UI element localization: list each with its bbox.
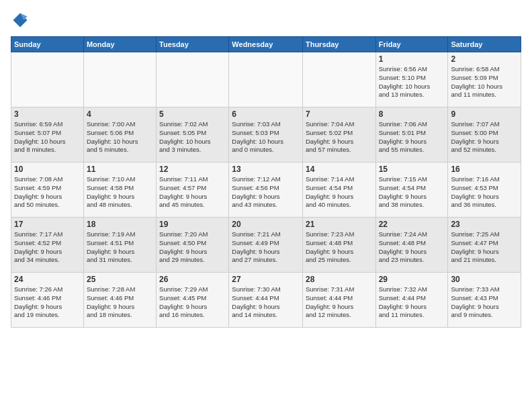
day-info: Sunrise: 7:06 AM Sunset: 5:01 PM Dayligh… (379, 120, 445, 154)
day-info: Sunrise: 7:14 AM Sunset: 4:54 PM Dayligh… (306, 175, 373, 210)
day-number: 17 (14, 220, 81, 229)
day-info: Sunrise: 7:11 AM Sunset: 4:57 PM Dayligh… (159, 175, 226, 210)
day-info: Sunrise: 7:00 AM Sunset: 5:06 PM Dayligh… (87, 120, 153, 154)
day-number: 2 (451, 54, 518, 64)
calendar-cell (11, 52, 84, 107)
day-number: 5 (159, 109, 226, 119)
day-number: 13 (232, 165, 300, 174)
calendar-cell: 1Sunrise: 6:56 AM Sunset: 5:10 PM Daylig… (375, 52, 448, 107)
calendar-cell: 14Sunrise: 7:14 AM Sunset: 4:54 PM Dayli… (302, 163, 375, 218)
day-info: Sunrise: 7:26 AM Sunset: 4:46 PM Dayligh… (14, 285, 81, 320)
day-info: Sunrise: 7:10 AM Sunset: 4:58 PM Dayligh… (87, 175, 153, 210)
week-row-0: 1Sunrise: 6:56 AM Sunset: 5:10 PM Daylig… (11, 52, 521, 107)
calendar-cell: 18Sunrise: 7:19 AM Sunset: 4:51 PM Dayli… (83, 218, 156, 273)
calendar-cell: 9Sunrise: 7:07 AM Sunset: 5:00 PM Daylig… (448, 107, 521, 163)
calendar-cell: 4Sunrise: 7:00 AM Sunset: 5:06 PM Daylig… (83, 107, 156, 163)
calendar-cell (302, 52, 375, 107)
day-number: 1 (379, 54, 445, 64)
day-info: Sunrise: 7:15 AM Sunset: 4:54 PM Dayligh… (379, 175, 445, 210)
calendar-cell: 16Sunrise: 7:16 AM Sunset: 4:53 PM Dayli… (448, 163, 521, 218)
calendar-cell: 30Sunrise: 7:33 AM Sunset: 4:43 PM Dayli… (448, 273, 521, 328)
calendar-header: SundayMondayTuesdayWednesdayThursdayFrid… (11, 37, 521, 52)
calendar-cell: 22Sunrise: 7:24 AM Sunset: 4:48 PM Dayli… (375, 218, 448, 273)
day-number: 23 (451, 220, 518, 229)
calendar-cell: 28Sunrise: 7:31 AM Sunset: 4:44 PM Dayli… (302, 273, 375, 328)
header-day-sunday: Sunday (11, 37, 84, 52)
day-info: Sunrise: 7:03 AM Sunset: 5:03 PM Dayligh… (232, 120, 300, 154)
day-info: Sunrise: 7:07 AM Sunset: 5:00 PM Dayligh… (451, 120, 518, 154)
day-info: Sunrise: 7:04 AM Sunset: 5:02 PM Dayligh… (306, 120, 373, 154)
day-info: Sunrise: 7:21 AM Sunset: 4:49 PM Dayligh… (232, 230, 300, 265)
day-number: 30 (451, 275, 518, 284)
calendar-cell: 17Sunrise: 7:17 AM Sunset: 4:52 PM Dayli… (11, 218, 84, 273)
calendar-cell: 12Sunrise: 7:11 AM Sunset: 4:57 PM Dayli… (157, 163, 229, 218)
calendar-cell: 7Sunrise: 7:04 AM Sunset: 5:02 PM Daylig… (302, 107, 375, 163)
day-number: 12 (159, 165, 226, 174)
day-number: 27 (232, 275, 300, 284)
day-info: Sunrise: 7:23 AM Sunset: 4:48 PM Dayligh… (306, 230, 373, 265)
day-number: 6 (232, 109, 300, 119)
calendar-cell: 23Sunrise: 7:25 AM Sunset: 4:47 PM Dayli… (448, 218, 521, 273)
calendar-cell: 19Sunrise: 7:20 AM Sunset: 4:50 PM Dayli… (157, 218, 229, 273)
day-number: 4 (87, 109, 153, 119)
header-day-friday: Friday (375, 37, 448, 52)
day-info: Sunrise: 6:59 AM Sunset: 5:07 PM Dayligh… (14, 120, 81, 154)
day-number: 19 (159, 220, 226, 229)
day-number: 24 (14, 275, 81, 284)
calendar-cell: 20Sunrise: 7:21 AM Sunset: 4:49 PM Dayli… (229, 218, 303, 273)
day-info: Sunrise: 7:33 AM Sunset: 4:43 PM Dayligh… (451, 285, 518, 320)
day-info: Sunrise: 6:56 AM Sunset: 5:10 PM Dayligh… (379, 65, 445, 99)
day-number: 3 (14, 109, 81, 119)
day-info: Sunrise: 7:24 AM Sunset: 4:48 PM Dayligh… (379, 230, 445, 265)
calendar-cell: 29Sunrise: 7:32 AM Sunset: 4:44 PM Dayli… (375, 273, 448, 328)
header (11, 11, 521, 30)
header-day-saturday: Saturday (448, 37, 521, 52)
day-number: 25 (87, 275, 153, 284)
day-info: Sunrise: 7:31 AM Sunset: 4:44 PM Dayligh… (306, 285, 373, 320)
calendar-cell: 6Sunrise: 7:03 AM Sunset: 5:03 PM Daylig… (229, 107, 303, 163)
week-row-3: 17Sunrise: 7:17 AM Sunset: 4:52 PM Dayli… (11, 218, 521, 273)
day-number: 21 (306, 220, 373, 229)
header-day-tuesday: Tuesday (157, 37, 229, 52)
calendar-cell: 13Sunrise: 7:12 AM Sunset: 4:56 PM Dayli… (229, 163, 303, 218)
header-day-monday: Monday (83, 37, 156, 52)
calendar-cell: 26Sunrise: 7:29 AM Sunset: 4:45 PM Dayli… (157, 273, 229, 328)
day-info: Sunrise: 7:30 AM Sunset: 4:44 PM Dayligh… (232, 285, 300, 320)
calendar-cell: 10Sunrise: 7:08 AM Sunset: 4:59 PM Dayli… (11, 163, 84, 218)
week-row-2: 10Sunrise: 7:08 AM Sunset: 4:59 PM Dayli… (11, 163, 521, 218)
day-number: 20 (232, 220, 300, 229)
logo-icon (11, 11, 30, 30)
day-number: 26 (159, 275, 226, 284)
calendar-cell: 27Sunrise: 7:30 AM Sunset: 4:44 PM Dayli… (229, 273, 303, 328)
calendar-cell (157, 52, 229, 107)
day-number: 18 (87, 220, 153, 229)
day-info: Sunrise: 7:32 AM Sunset: 4:44 PM Dayligh… (379, 285, 445, 320)
calendar-cell: 15Sunrise: 7:15 AM Sunset: 4:54 PM Dayli… (375, 163, 448, 218)
day-info: Sunrise: 7:12 AM Sunset: 4:56 PM Dayligh… (232, 175, 300, 210)
calendar-table: SundayMondayTuesdayWednesdayThursdayFrid… (11, 36, 521, 328)
page: SundayMondayTuesdayWednesdayThursdayFrid… (0, 0, 532, 333)
calendar-cell: 25Sunrise: 7:28 AM Sunset: 4:46 PM Dayli… (83, 273, 156, 328)
day-info: Sunrise: 7:20 AM Sunset: 4:50 PM Dayligh… (159, 230, 226, 265)
day-info: Sunrise: 7:28 AM Sunset: 4:46 PM Dayligh… (87, 285, 153, 320)
day-number: 7 (306, 109, 373, 119)
calendar-cell: 11Sunrise: 7:10 AM Sunset: 4:58 PM Dayli… (83, 163, 156, 218)
day-info: Sunrise: 6:58 AM Sunset: 5:09 PM Dayligh… (451, 65, 518, 99)
day-info: Sunrise: 7:02 AM Sunset: 5:05 PM Dayligh… (159, 120, 226, 154)
day-info: Sunrise: 7:16 AM Sunset: 4:53 PM Dayligh… (451, 175, 518, 210)
calendar-cell: 2Sunrise: 6:58 AM Sunset: 5:09 PM Daylig… (448, 52, 521, 107)
week-row-4: 24Sunrise: 7:26 AM Sunset: 4:46 PM Dayli… (11, 273, 521, 328)
calendar-cell (229, 52, 303, 107)
calendar-cell: 24Sunrise: 7:26 AM Sunset: 4:46 PM Dayli… (11, 273, 84, 328)
logo (11, 11, 32, 30)
day-number: 10 (14, 165, 81, 174)
day-number: 15 (379, 165, 445, 174)
day-number: 14 (306, 165, 373, 174)
calendar-cell: 8Sunrise: 7:06 AM Sunset: 5:01 PM Daylig… (375, 107, 448, 163)
calendar-cell: 21Sunrise: 7:23 AM Sunset: 4:48 PM Dayli… (302, 218, 375, 273)
day-number: 8 (379, 109, 445, 119)
day-info: Sunrise: 7:19 AM Sunset: 4:51 PM Dayligh… (87, 230, 153, 265)
header-row: SundayMondayTuesdayWednesdayThursdayFrid… (11, 37, 521, 52)
day-number: 16 (451, 165, 518, 174)
day-info: Sunrise: 7:08 AM Sunset: 4:59 PM Dayligh… (14, 175, 81, 210)
